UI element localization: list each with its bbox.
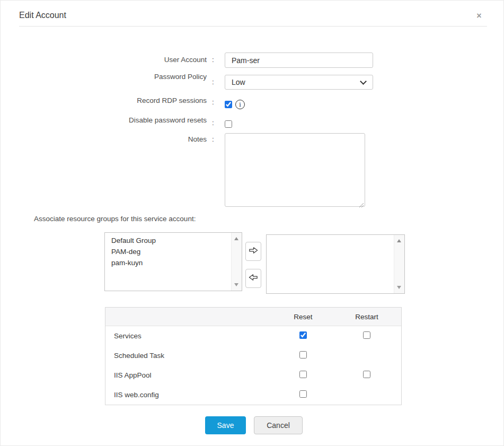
- user-account-colon: :: [212, 56, 214, 64]
- services-restart-checkbox[interactable]: [363, 331, 370, 339]
- edit-account-modal: Edit Account × User Account : Password P…: [0, 0, 504, 446]
- row-label: IIS web.config: [105, 391, 274, 399]
- disable-resets-colon: :: [212, 119, 214, 127]
- notes-textarea[interactable]: [225, 133, 365, 207]
- scrollbar[interactable]: [231, 233, 242, 291]
- actions-table: Reset Restart Services Scheduled Task II…: [105, 307, 402, 405]
- password-policy-select-wrap: Low: [225, 75, 373, 90]
- move-left-button[interactable]: [245, 269, 261, 288]
- assigned-groups-options: [267, 235, 404, 237]
- table-row: Scheduled Task: [105, 346, 401, 365]
- table-row: IIS web.config: [105, 385, 401, 405]
- available-groups-options: Default Group PAM-deg pam-kuyn: [105, 233, 242, 268]
- save-button[interactable]: Save: [205, 416, 246, 434]
- page-title: Edit Account: [19, 11, 66, 20]
- iis-apppool-restart-checkbox[interactable]: [363, 371, 370, 378]
- info-icon[interactable]: i: [235, 100, 245, 109]
- move-right-button[interactable]: [245, 242, 261, 261]
- scroll-down-icon[interactable]: [234, 283, 238, 286]
- list-item[interactable]: PAM-deg: [105, 246, 242, 257]
- user-account-label: User Account: [32, 56, 207, 64]
- notes-label: Notes: [32, 135, 207, 143]
- arrow-right-icon: [249, 247, 258, 256]
- available-groups-listbox[interactable]: Default Group PAM-deg pam-kuyn: [104, 232, 242, 291]
- disable-resets-checkbox[interactable]: [225, 120, 232, 128]
- password-policy-select[interactable]: Low: [225, 75, 373, 90]
- notes-colon: :: [212, 135, 214, 143]
- table-row: Services: [105, 326, 401, 346]
- table-header-reset: Reset: [274, 313, 332, 321]
- iis-webconfig-reset-checkbox[interactable]: [299, 390, 307, 398]
- list-item[interactable]: Default Group: [105, 235, 242, 246]
- record-rdp-label: Record RDP sessions: [32, 97, 207, 104]
- scroll-up-icon[interactable]: [397, 239, 401, 242]
- close-icon[interactable]: ×: [473, 10, 485, 22]
- assigned-groups-listbox[interactable]: [266, 234, 405, 294]
- scrollbar[interactable]: [394, 235, 404, 293]
- scroll-up-icon[interactable]: [234, 237, 238, 240]
- services-reset-checkbox[interactable]: [299, 331, 307, 339]
- list-item[interactable]: pam-kuyn: [105, 257, 242, 268]
- table-header-restart: Restart: [332, 313, 401, 321]
- header-divider: [19, 26, 487, 27]
- record-rdp-checkbox[interactable]: [225, 101, 232, 108]
- cancel-button[interactable]: Cancel: [254, 416, 303, 434]
- user-account-input[interactable]: [225, 53, 373, 68]
- scheduled-task-reset-checkbox[interactable]: [299, 351, 307, 358]
- table-row: IIS AppPool: [105, 365, 401, 385]
- table-header-row: Reset Restart: [105, 308, 401, 326]
- row-label: Services: [105, 332, 274, 340]
- password-policy-colon: :: [212, 78, 214, 86]
- row-label: Scheduled Task: [105, 352, 274, 360]
- iis-apppool-reset-checkbox[interactable]: [299, 371, 307, 378]
- row-label: IIS AppPool: [105, 371, 274, 379]
- password-policy-label: Password Policy: [32, 73, 207, 81]
- resource-groups-heading: Associate resource groups for this servi…: [34, 215, 196, 223]
- arrow-left-icon: [249, 274, 258, 283]
- record-rdp-colon: :: [212, 98, 214, 106]
- scroll-down-icon[interactable]: [397, 286, 401, 289]
- disable-resets-label: Disable password resets: [32, 116, 207, 124]
